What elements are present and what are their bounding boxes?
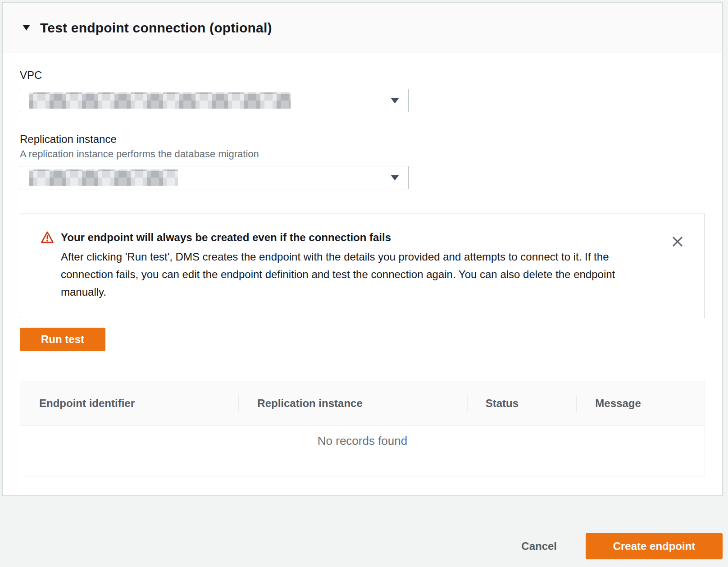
dropdown-arrow-icon	[391, 98, 399, 104]
column-header-message: Message	[576, 381, 705, 425]
vpc-redacted-value	[29, 92, 291, 109]
replication-instance-description: A replication instance performs the data…	[20, 148, 705, 160]
vpc-label: VPC	[20, 69, 705, 82]
collapse-triangle-icon	[23, 25, 30, 31]
cancel-button[interactable]: Cancel	[521, 540, 557, 553]
table-header-row: Endpoint identifier Replication instance…	[20, 381, 705, 426]
create-endpoint-button[interactable]: Create endpoint	[586, 533, 723, 559]
warning-banner: Your endpoint will always be created eve…	[20, 214, 705, 318]
section-title: Test endpoint connection (optional)	[40, 20, 272, 36]
run-test-button[interactable]: Run test	[20, 328, 105, 351]
replication-instance-label: Replication instance	[20, 133, 705, 146]
warning-icon	[41, 231, 54, 301]
replication-instance-redacted-value	[29, 169, 178, 186]
close-icon[interactable]	[671, 235, 684, 248]
test-endpoint-connection-panel: Test endpoint connection (optional) VPC …	[2, 2, 723, 496]
vpc-select[interactable]	[20, 89, 409, 112]
section-content: VPC Replication instance A replication i…	[3, 69, 722, 476]
connection-results-table: Endpoint identifier Replication instance…	[20, 381, 705, 476]
table-empty-state: No records found	[20, 426, 705, 476]
warning-title: Your endpoint will always be created eve…	[61, 229, 649, 246]
column-header-endpoint-identifier: Endpoint identifier	[20, 381, 238, 425]
form-footer: Cancel Create endpoint	[0, 496, 728, 567]
warning-body: After clicking 'Run test', DMS creates t…	[61, 248, 649, 301]
column-header-status: Status	[467, 381, 577, 425]
empty-message: No records found	[318, 434, 407, 448]
column-header-replication-instance: Replication instance	[238, 381, 466, 425]
replication-instance-select[interactable]	[20, 166, 409, 189]
dropdown-arrow-icon	[391, 175, 399, 181]
section-header-test-endpoint-connection[interactable]: Test endpoint connection (optional)	[3, 3, 722, 53]
